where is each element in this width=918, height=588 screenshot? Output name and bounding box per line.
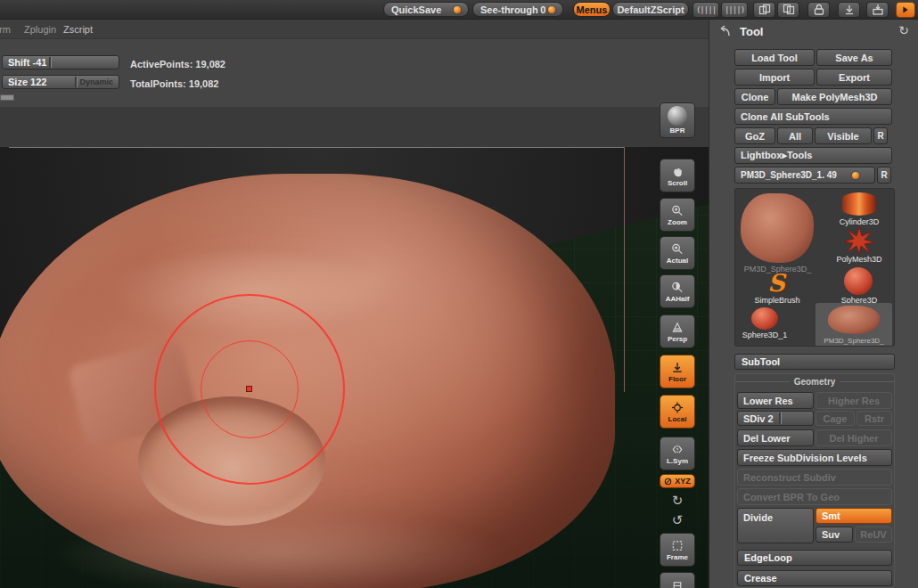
xyz-button[interactable]: XYZ	[660, 474, 695, 488]
tool-r-label: R	[881, 170, 887, 180]
simplebrush-label: SimpleBrush	[742, 296, 812, 305]
subtool-section-header[interactable]: SubTool	[734, 354, 895, 370]
load-tool-button[interactable]: Load Tool	[734, 49, 815, 66]
menus-label: Menus	[577, 4, 608, 15]
expand-tray-button[interactable]	[896, 2, 915, 18]
active-tool-slider[interactable]: PM3D_Sphere3D_1. 49	[734, 167, 875, 184]
lightbox-tools-button[interactable]: Lightbox▸Tools	[734, 147, 892, 164]
simplebrush-thumbnail[interactable]: S	[758, 269, 794, 296]
polymesh3d-label: PolyMesh3D	[824, 255, 894, 264]
goz-all-button[interactable]: All	[777, 127, 813, 144]
partial-bottom-button[interactable]	[660, 572, 695, 588]
goz-visible-button[interactable]: Visible	[815, 127, 872, 144]
del-lower-button[interactable]: Del Lower	[737, 429, 814, 446]
goz-all-label: All	[789, 131, 801, 142]
menu-zscript[interactable]: Zscript	[59, 22, 97, 37]
persp-button[interactable]: Persp	[660, 314, 695, 348]
actual-label: Actual	[667, 257, 688, 265]
copy-document-right-button[interactable]	[777, 2, 799, 18]
make-polymesh3d-button[interactable]: Make PolyMesh3D	[777, 88, 892, 105]
menu-zplugin[interactable]: Zplugin	[20, 22, 61, 37]
minimize-button[interactable]	[838, 2, 860, 18]
frame-button[interactable]: Frame	[660, 533, 695, 567]
size-slider[interactable]: Size 122 Dynamic	[2, 75, 119, 89]
sdiv-slider[interactable]: SDiv 2	[737, 411, 814, 426]
viewport-canvas[interactable]	[0, 107, 709, 588]
quicksave-label: QuickSave	[391, 4, 441, 15]
see-through-value: 0	[540, 4, 545, 15]
menu-transform-partial[interactable]: rm	[0, 22, 15, 37]
floor-button[interactable]: Floor	[660, 355, 695, 388]
pm3d-sphere3d-thumbnail	[828, 306, 880, 334]
shift-slider-handle[interactable]	[49, 57, 51, 68]
zoom-button[interactable]: Zoom	[660, 198, 695, 232]
rotate-ccw-button[interactable]: ↺	[660, 511, 695, 529]
quicksave-button[interactable]: QuickSave	[383, 2, 469, 17]
pages-right-icon	[782, 3, 796, 17]
clone-button[interactable]: Clone	[734, 88, 775, 105]
see-through-slider[interactable]: See-through 0	[472, 2, 563, 17]
active-tool-thumbnail[interactable]	[741, 193, 814, 263]
panel-title: Tool	[740, 25, 763, 38]
cylinder3d-label: Cylinder3D	[824, 217, 894, 226]
panel-back-button[interactable]	[717, 24, 733, 38]
load-tool-label: Load Tool	[751, 53, 798, 63]
active-tool-slider-handle[interactable]	[852, 172, 859, 179]
default-zscript-button[interactable]: DefaultZScript	[612, 2, 689, 17]
export-button[interactable]: Export	[816, 69, 892, 86]
sphere3d-thumbnail[interactable]	[844, 267, 873, 295]
rotate-cw-button[interactable]: ↻	[660, 492, 695, 510]
lower-res-button[interactable]: Lower Res	[737, 392, 814, 409]
sdiv-handle[interactable]	[779, 412, 781, 424]
geometry-section-title[interactable]: Geometry	[735, 377, 894, 387]
divide-button[interactable]: Divide	[737, 508, 814, 543]
convert-bpr-button: Convert BPR To Geo	[737, 488, 892, 505]
tool-r-button[interactable]: R	[877, 167, 891, 184]
bpr-label: BPR	[670, 127, 685, 135]
lock-button[interactable]	[807, 2, 830, 18]
menu-zplugin-label: Zplugin	[24, 24, 56, 35]
polymesh3d-thumbnail[interactable]	[843, 226, 875, 255]
save-as-button[interactable]: Save As	[816, 49, 892, 66]
crease-section-header[interactable]: Crease	[737, 570, 892, 586]
cylinder3d-thumbnail[interactable]	[842, 192, 876, 216]
goz-label: GoZ	[745, 131, 765, 142]
divider-bar-left[interactable]: (||||	[693, 2, 719, 18]
divider-left-glyph: (||||	[696, 5, 716, 14]
copy-document-left-button[interactable]	[753, 2, 775, 18]
clone-all-subtools-button[interactable]: Clone All SubTools	[734, 108, 892, 125]
local-button[interactable]: Local	[660, 395, 695, 429]
size-slider-handle[interactable]	[75, 77, 77, 87]
import-button[interactable]: Import	[734, 69, 815, 86]
suv-label: Suv	[822, 529, 840, 540]
store-document-button[interactable]	[866, 2, 889, 18]
smt-toggle[interactable]: Smt	[816, 508, 892, 524]
higher-res-button: Higher Res	[816, 392, 892, 409]
goz-r-button[interactable]: R	[873, 127, 888, 144]
sphere3d-1-thumbnail[interactable]	[751, 307, 778, 330]
divider-bar-right[interactable]: ||||)	[721, 2, 748, 18]
magnifier-plus-icon	[670, 204, 684, 217]
active-tool-slider-label: PM3D_Sphere3D_1. 49	[741, 170, 837, 180]
lsym-button[interactable]: L.Sym	[660, 437, 695, 470]
goz-button[interactable]: GoZ	[734, 127, 775, 144]
sphere3d-1-label: Sphere3D_1	[735, 331, 794, 339]
cage-label: Cage	[824, 413, 848, 424]
suv-toggle[interactable]: Suv	[816, 527, 853, 543]
panel-reset-button[interactable]: ↻	[898, 23, 909, 37]
rstr-label: Rstr	[865, 413, 884, 424]
bpr-render-button[interactable]: BPR	[660, 102, 695, 138]
menu-transform-label: rm	[0, 24, 11, 35]
edgeloop-section-header[interactable]: EdgeLoop	[737, 550, 892, 566]
shift-slider[interactable]: Shift -41	[2, 55, 119, 69]
menus-button[interactable]: Menus	[573, 2, 611, 17]
pm3d-sphere3d-slot-selected[interactable]: PM3D_Sphere3D_	[816, 303, 892, 347]
scroll-button[interactable]: Scroll	[660, 159, 695, 192]
mesh-sheen	[49, 512, 512, 588]
symmetry-icon	[670, 443, 684, 456]
reuv-label: ReUV	[860, 529, 886, 540]
aahalf-button[interactable]: AAHalf	[660, 274, 695, 308]
actual-size-button[interactable]: Actual	[660, 236, 695, 270]
freeze-subdivision-button[interactable]: Freeze SubDivision Levels	[737, 449, 892, 466]
menu-bar: rm Zplugin Zscript	[0, 20, 709, 39]
